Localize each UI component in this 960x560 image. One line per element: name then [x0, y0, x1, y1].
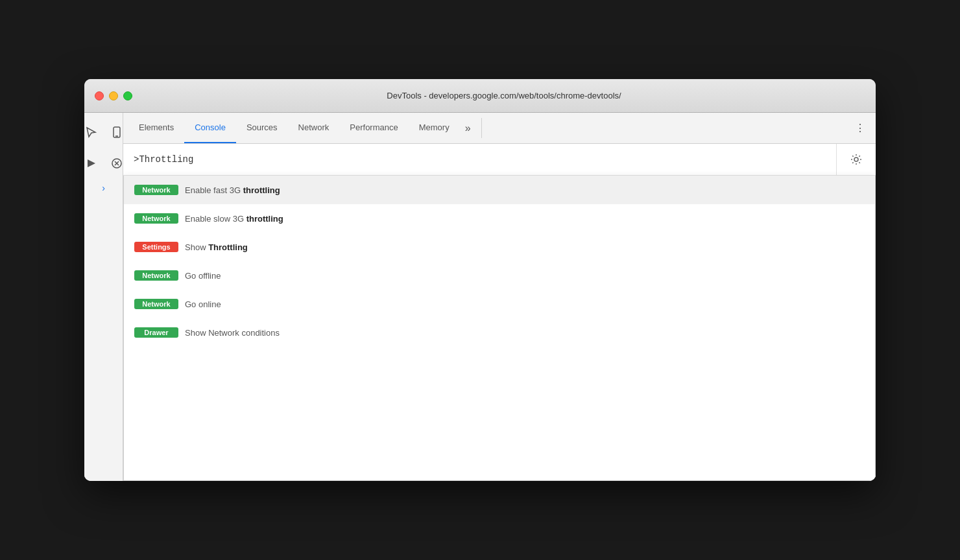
tag-network-2: Network — [134, 213, 178, 224]
item-text-4: Go offline — [185, 271, 221, 281]
titlebar: DevTools - developers.google.com/web/too… — [84, 79, 876, 113]
devtools-window: DevTools - developers.google.com/web/too… — [84, 79, 876, 481]
traffic-lights — [95, 91, 132, 100]
autocomplete-item-3[interactable]: Settings Show Throttling — [124, 233, 875, 261]
autocomplete-item-1[interactable]: Network Enable fast 3G throttling — [124, 176, 875, 204]
cursor-icon[interactable] — [84, 121, 102, 144]
tab-elements[interactable]: Elements — [128, 113, 184, 143]
item-text-5: Go online — [185, 299, 221, 309]
item-text-3: Show Throttling — [185, 242, 248, 252]
tag-network-1: Network — [134, 185, 178, 195]
tab-network[interactable]: Network — [288, 113, 340, 143]
expand-icon[interactable]: › — [97, 180, 110, 196]
command-input[interactable]: >Throttling — [134, 154, 193, 165]
sidebar: › — [84, 113, 123, 481]
item-text-2: Enable slow 3G throttling — [185, 214, 283, 224]
close-button[interactable] — [95, 91, 104, 100]
tag-settings-3: Settings — [134, 242, 178, 252]
settings-gear-icon[interactable] — [845, 148, 868, 171]
tab-performance[interactable]: Performance — [339, 113, 408, 143]
window-title: DevTools - developers.google.com/web/too… — [143, 91, 865, 100]
autocomplete-item-5[interactable]: Network Go online — [124, 290, 875, 318]
tabbar: Elements Console Sources Network Perform… — [123, 113, 876, 144]
command-area: >Throttling — [123, 144, 876, 176]
tab-separator — [481, 118, 482, 138]
autocomplete-item-4[interactable]: Network Go offline — [124, 261, 875, 290]
autocomplete-item-6[interactable]: Drawer Show Network conditions — [124, 318, 875, 347]
tab-console[interactable]: Console — [184, 113, 236, 143]
svg-point-5 — [854, 158, 858, 161]
tab-memory[interactable]: Memory — [409, 113, 460, 143]
tag-drawer-6: Drawer — [134, 327, 178, 338]
maximize-button[interactable] — [123, 91, 132, 100]
tag-network-4: Network — [134, 270, 178, 281]
devtools-menu-button[interactable]: ⋮ — [850, 113, 870, 143]
autocomplete-dropdown: Network Enable fast 3G throttling Networ… — [123, 176, 876, 481]
play-icon[interactable] — [84, 152, 102, 175]
devtools-body: › Elements Console Sources Network Perf — [84, 113, 876, 481]
autocomplete-item-2[interactable]: Network Enable slow 3G throttling — [124, 204, 875, 233]
command-input-row[interactable]: >Throttling — [123, 144, 836, 175]
content-area: >Throttling Net — [123, 144, 876, 481]
minimize-button[interactable] — [109, 91, 118, 100]
tag-network-5: Network — [134, 299, 178, 309]
command-right — [836, 144, 876, 175]
more-tabs-button[interactable]: » — [460, 113, 476, 143]
item-text-6: Show Network conditions — [185, 328, 280, 338]
main-panel: Elements Console Sources Network Perform… — [123, 113, 876, 481]
item-text-1: Enable fast 3G throttling — [185, 185, 280, 195]
tab-sources[interactable]: Sources — [236, 113, 288, 143]
